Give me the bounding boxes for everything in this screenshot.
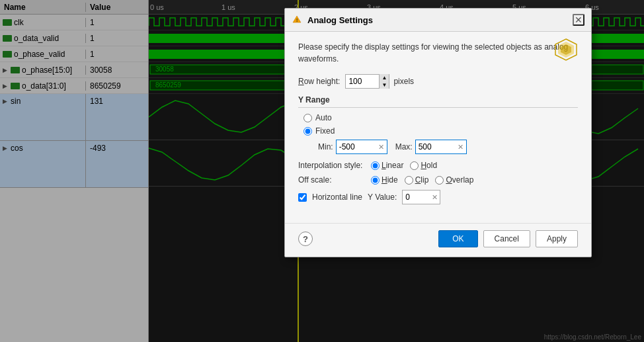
off-scale-label: Off scale: [298,175,364,185]
clip-option: Clip [405,175,429,185]
auto-label[interactable]: Auto [315,113,332,122]
hold-label[interactable]: Hold [421,161,437,170]
hold-option: Hold [410,161,437,170]
hold-radio[interactable] [410,161,419,170]
dialog-body: Please specify the display settings for … [285,32,591,220]
cancel-button[interactable]: Cancel [483,230,530,247]
overlap-option: Overlap [435,175,473,185]
min-input-container[interactable]: ✕ [336,140,387,154]
linear-option: Linear [371,161,403,170]
row-height-input[interactable] [346,75,379,88]
clip-radio[interactable] [405,176,413,185]
auto-radio[interactable] [303,114,312,122]
horizontal-line-row: Horizontal line Y Value: ✕ [298,190,578,204]
svg-text:!: ! [296,18,298,22]
help-button[interactable]: ? [298,232,313,246]
fixed-radio[interactable] [303,127,312,136]
y-value-input[interactable] [403,191,429,204]
linear-label[interactable]: Linear [382,161,403,170]
row-height-row: Row height: ▲ ▼ pixels [298,74,578,89]
horizontal-line-checkbox[interactable] [298,193,307,202]
apply-button[interactable]: Apply [536,230,578,247]
minmax-row: Min: ✕ Max: ✕ [318,140,578,154]
horizontal-line-label[interactable]: Horizontal line [312,192,362,202]
pixels-label: pixels [393,77,414,86]
dialog-description: Please specify the display settings for … [298,41,578,65]
dialog-close-button[interactable]: ✕ [573,14,584,26]
ok-button[interactable]: OK [438,230,477,247]
hide-option: Hide [371,175,398,185]
off-scale-row: Off scale: Hide Clip Overlap [298,175,578,185]
min-input[interactable] [337,140,376,153]
dialog-title-text: Analog Settings [307,15,567,25]
row-height-spin-buttons[interactable]: ▲ ▼ [379,74,389,89]
auto-radio-row: Auto [303,113,578,122]
hide-label[interactable]: Hide [382,175,398,185]
row-height-increment[interactable]: ▲ [380,74,389,81]
max-input[interactable] [416,140,456,153]
max-clear-button[interactable]: ✕ [456,140,466,153]
interpolation-label: Interpolation style: [298,161,364,170]
min-label: Min: [318,142,333,151]
overlap-label[interactable]: Overlap [446,175,473,185]
vivado-logo [554,38,578,64]
fixed-label[interactable]: Fixed [315,126,335,136]
linear-radio[interactable] [371,161,380,170]
dialog-title-bar: ! Analog Settings ✕ [285,9,591,32]
max-label: Max: [395,142,413,151]
y-value-clear-button[interactable]: ✕ [429,191,440,204]
dialog-footer: ? OK Cancel Apply [285,223,591,257]
clip-label[interactable]: Clip [415,175,429,185]
hide-radio[interactable] [371,176,380,185]
row-height-decrement[interactable]: ▼ [380,81,389,89]
row-height-spinner[interactable]: ▲ ▼ [345,74,389,89]
y-value-input-container[interactable]: ✕ [402,190,440,204]
y-range-title: Y Range [298,95,578,108]
max-input-container[interactable]: ✕ [415,140,467,154]
interpolation-row: Interpolation style: Linear Hold [298,161,578,170]
row-height-label: Row height: [298,77,340,86]
min-clear-button[interactable]: ✕ [376,140,387,153]
y-value-label: Y Value: [368,192,397,202]
overlap-radio[interactable] [435,176,444,185]
fixed-radio-row: Fixed [303,126,578,136]
dialog-title-icon: ! [292,15,302,25]
analog-settings-dialog: ! Analog Settings ✕ Please specify the d… [284,8,592,257]
